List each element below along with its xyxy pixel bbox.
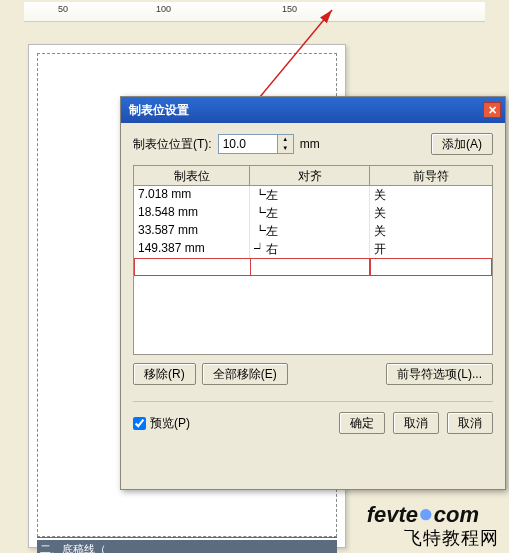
cell-align[interactable]: ┗左 [250, 186, 370, 204]
cell-leader[interactable]: 关 [370, 204, 492, 222]
ruler-label-50: 50 [58, 4, 68, 14]
watermark-dot-icon: ● [418, 498, 434, 528]
cancel-button[interactable]: 取消 [393, 412, 439, 434]
cell-pos[interactable]: 18.548 mm [134, 204, 250, 222]
table-header: 制表位 对齐 前导符 [134, 166, 492, 186]
spin-down-icon[interactable]: ▼ [278, 144, 293, 153]
ruler-label-100: 100 [156, 4, 171, 14]
unit-label: mm [300, 137, 320, 151]
watermark-brand: fevte●com [367, 498, 479, 529]
dialog-title: 制表位设置 [129, 102, 189, 119]
leader-options-button[interactable]: 前导符选项(L)... [386, 363, 493, 385]
col-leader[interactable]: 前导符 [370, 166, 492, 185]
add-button[interactable]: 添加(A) [431, 133, 493, 155]
tab-position-input[interactable] [218, 134, 278, 154]
cell-leader[interactable]: 关 [370, 222, 492, 240]
cell-align[interactable]: ┙右 [250, 240, 370, 258]
spin-up-icon[interactable]: ▲ [278, 135, 293, 144]
close-icon[interactable]: ✕ [483, 102, 501, 118]
cell-align[interactable]: ┗左 [250, 204, 370, 222]
tab-settings-dialog: 制表位设置 ✕ 制表位位置(T): ▲▼ mm 添加(A) 制表位 对齐 前导符… [120, 96, 506, 490]
highlight-leader-box [370, 258, 492, 276]
highlight-row-box [134, 258, 492, 276]
cell-leader[interactable]: 开 [370, 240, 492, 258]
table-row[interactable]: 33.587 mm┗左关 [134, 222, 492, 240]
cell-pos[interactable]: 7.018 mm [134, 186, 250, 204]
preview-checkbox-input[interactable] [133, 417, 146, 430]
col-tab[interactable]: 制表位 [134, 166, 250, 185]
col-align[interactable]: 对齐 [250, 166, 370, 185]
tab-position-label: 制表位位置(T): [133, 136, 212, 153]
ok-button[interactable]: 确定 [339, 412, 385, 434]
watermark-cn: 飞特教程网 [404, 526, 499, 550]
toc-line[interactable]: 二、底稿线（ [37, 540, 337, 553]
tab-table[interactable]: 制表位 对齐 前导符 7.018 mm┗左关18.548 mm┗左关33.587… [133, 165, 493, 355]
ruler[interactable]: 50 100 150 [24, 2, 485, 22]
highlight-align-box [250, 258, 370, 276]
remove-button[interactable]: 移除(R) [133, 363, 196, 385]
cell-align[interactable]: ┗左 [250, 222, 370, 240]
remove-all-button[interactable]: 全部移除(E) [202, 363, 288, 385]
tab-position-spinner[interactable]: ▲▼ [218, 134, 294, 154]
cancel2-button[interactable]: 取消 [447, 412, 493, 434]
cell-pos[interactable]: 33.587 mm [134, 222, 250, 240]
dialog-titlebar[interactable]: 制表位设置 ✕ [121, 97, 505, 123]
table-row[interactable]: 149.387 mm┙右开 [134, 240, 492, 258]
cell-leader[interactable]: 关 [370, 186, 492, 204]
table-row[interactable]: 7.018 mm┗左关 [134, 186, 492, 204]
ruler-label-150: 150 [282, 4, 297, 14]
preview-checkbox[interactable]: 预览(P) [133, 415, 190, 432]
cell-pos[interactable]: 149.387 mm [134, 240, 250, 258]
table-row[interactable]: 18.548 mm┗左关 [134, 204, 492, 222]
preview-label: 预览(P) [150, 415, 190, 432]
